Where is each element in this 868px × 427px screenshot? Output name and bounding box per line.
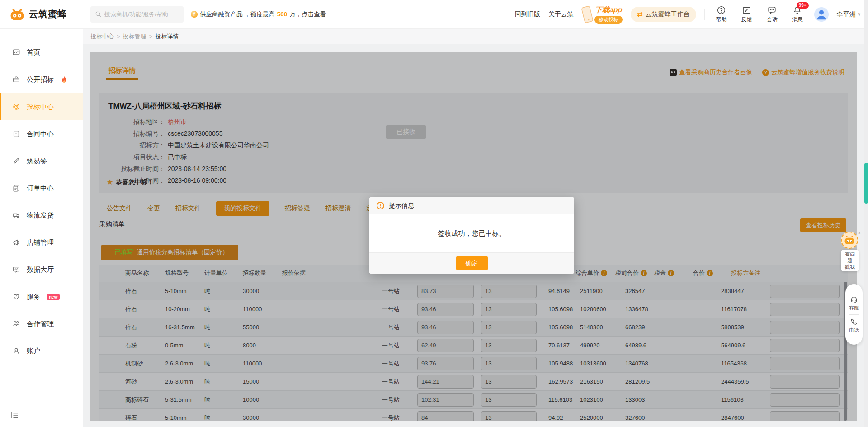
- headset-icon: [850, 295, 858, 304]
- breadcrumb-bid-center[interactable]: 投标中心: [90, 33, 114, 41]
- user-icon: [12, 347, 20, 355]
- customer-service-button[interactable]: 客服: [849, 295, 859, 312]
- home-chart-icon: [12, 48, 20, 57]
- top-bar: 云筑蜜蜂 ¥ 供应商融资产品 ，额度最高500万，点击查看 回到旧版 关于云筑 …: [0, 0, 868, 29]
- sidebar-item-esign[interactable]: 筑易签: [0, 147, 83, 175]
- money-bag-icon: ¥: [191, 11, 198, 18]
- sidebar-item-services[interactable]: 服务 new: [0, 283, 83, 310]
- helper-bee-avatar[interactable]: [841, 232, 858, 249]
- messages-label: 消息: [792, 16, 803, 24]
- sidebar-item-order-center[interactable]: 订单中心: [0, 175, 83, 202]
- top-right-area: 回到旧版 关于云筑 下载app 移动投标 ⇄ 云筑蜜蜂工作台 帮助: [515, 5, 868, 24]
- sidebar-item-cooperation[interactable]: 合作管理: [0, 310, 83, 337]
- sidebar-label: 账户: [27, 347, 40, 356]
- sidebar-label: 筑易签: [27, 157, 47, 166]
- sidebar-item-data-hall[interactable]: 数据大厅: [0, 256, 83, 283]
- app-logo[interactable]: 云筑蜜蜂: [0, 8, 83, 21]
- contract-icon: [12, 130, 20, 138]
- breadcrumb-bid-management[interactable]: 投标管理: [123, 33, 146, 41]
- phone-icon: [580, 4, 595, 24]
- sidebar-item-contract-center[interactable]: 合同中心: [0, 120, 83, 147]
- chat-icon: [767, 5, 777, 15]
- chat-button[interactable]: 会话: [764, 5, 781, 24]
- feedback-button[interactable]: 反馈: [738, 5, 755, 24]
- close-icon[interactable]: ×: [858, 231, 861, 236]
- help-icon: [717, 5, 726, 15]
- confirm-button[interactable]: 确定: [456, 256, 488, 270]
- sidebar-label: 合同中心: [27, 130, 54, 138]
- brand-name: 云筑蜜蜂: [29, 8, 67, 20]
- sidebar-label: 数据大厅: [27, 266, 54, 274]
- sidebar-label: 服务: [27, 293, 40, 301]
- sidebar-item-account[interactable]: 账户: [0, 337, 83, 365]
- sidebar-label: 合作管理: [27, 320, 54, 328]
- briefcase-icon: [12, 76, 20, 84]
- hot-flame-icon: [60, 76, 68, 83]
- target-icon: [12, 103, 20, 111]
- partners-icon: [12, 320, 20, 328]
- workspace-label: 云筑蜜蜂工作台: [646, 10, 690, 19]
- sidebar-label: 公开招标: [27, 76, 54, 84]
- sidebar-collapse-button[interactable]: [10, 411, 19, 421]
- sidebar-label: 店铺管理: [27, 238, 54, 247]
- old-version-link[interactable]: 回到旧版: [515, 10, 540, 19]
- orders-icon: [12, 184, 20, 192]
- pen-icon: [12, 157, 20, 165]
- sidebar-label: 订单中心: [27, 184, 54, 193]
- feedback-label: 反馈: [741, 16, 752, 24]
- sidebar-item-home[interactable]: 首页: [0, 39, 83, 66]
- sidebar-item-public-bidding[interactable]: 公开招标: [0, 66, 83, 93]
- bee-logo-icon: [9, 8, 25, 21]
- download-app-entry[interactable]: 下载app 移动投标: [582, 5, 623, 24]
- modal-title: 提示信息: [389, 202, 414, 210]
- dashboard-icon: [12, 266, 20, 274]
- breadcrumb-bid-detail: 投标详情: [155, 33, 179, 41]
- chat-label: 会话: [767, 16, 778, 24]
- contact-pill: 客服 电话: [845, 284, 863, 345]
- modal-message: 签收成功，您已中标。: [369, 214, 574, 252]
- collapse-menu-icon: [10, 411, 19, 419]
- announcement-suffix: 万，点击查看: [289, 10, 326, 19]
- page-scrollbar-thumb[interactable]: [864, 163, 868, 204]
- pill-divider: [849, 314, 859, 315]
- info-alert-icon: !: [377, 202, 384, 209]
- help-button[interactable]: 帮助: [713, 5, 730, 24]
- about-link[interactable]: 关于云筑: [548, 10, 574, 19]
- phone-button[interactable]: 电话: [849, 318, 859, 334]
- sidebar-item-shop-management[interactable]: 店铺管理: [0, 229, 83, 256]
- global-search[interactable]: [90, 6, 184, 23]
- search-icon: [95, 11, 102, 18]
- helper-label[interactable]: 有问题 戳我: [841, 250, 859, 271]
- breadcrumb-separator: >: [117, 33, 120, 40]
- modal-footer: 确定: [369, 252, 574, 274]
- sidebar-label: 首页: [27, 48, 40, 57]
- notice-modal: ! 提示信息 签收成功，您已中标。 确定: [369, 197, 574, 274]
- truck-icon: [12, 211, 20, 219]
- help-label: 帮助: [716, 16, 727, 24]
- chevron-down-icon: ∨: [858, 12, 861, 17]
- bee-face-icon: [844, 235, 855, 245]
- user-menu[interactable]: 李平洲 ∨: [837, 10, 861, 19]
- sidebar-label: 物流发货: [27, 211, 54, 220]
- search-input[interactable]: [104, 11, 177, 18]
- message-count-badge: 99+: [797, 2, 809, 9]
- finance-announcement[interactable]: ¥ 供应商融资产品 ，额度最高500万，点击查看: [191, 10, 326, 19]
- helper-bee-widget: × 有问题 戳我: [841, 232, 863, 271]
- sidebar-item-logistics[interactable]: 物流发货: [0, 202, 83, 229]
- megaphone-icon: [12, 238, 20, 247]
- breadcrumb: 投标中心 > 投标管理 > 投标详情: [83, 29, 868, 44]
- announcement-highlight: 500: [277, 11, 288, 18]
- workspace-button[interactable]: ⇄ 云筑蜜蜂工作台: [631, 7, 696, 22]
- user-name: 李平洲: [837, 10, 856, 19]
- header-divider: [704, 9, 705, 20]
- download-app-title: 下载app: [594, 5, 623, 15]
- phone-call-icon: [850, 318, 858, 326]
- switch-icon: ⇄: [637, 10, 643, 19]
- page-scrollbar-track[interactable]: [864, 0, 868, 427]
- feedback-icon: [742, 5, 751, 15]
- user-avatar[interactable]: [814, 7, 829, 22]
- announcement-text: 供应商融资产品 ，额度最高: [200, 10, 275, 19]
- sidebar-label: 投标中心: [27, 103, 54, 111]
- messages-button[interactable]: 99+ 消息: [789, 5, 806, 24]
- sidebar-item-bid-center[interactable]: 投标中心: [0, 93, 83, 120]
